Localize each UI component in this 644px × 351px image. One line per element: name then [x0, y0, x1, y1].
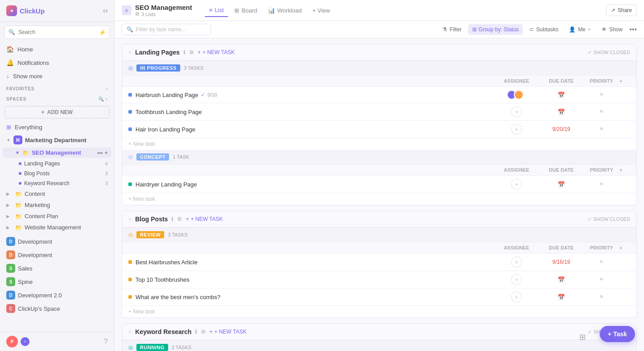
add-col-header[interactable]: + [619, 245, 630, 250]
add-col-header[interactable]: + [619, 78, 630, 84]
assignee-add-icon[interactable]: + [511, 179, 522, 190]
landing-pages-add-task-button[interactable]: + + NEW TASK [198, 49, 235, 55]
in-progress-collapse-icon[interactable]: ◎ [128, 65, 133, 71]
task-duedate-cell[interactable]: 📅 [539, 181, 584, 188]
task-duedate-cell[interactable]: 📅 [539, 92, 584, 98]
add-col-header[interactable]: + [619, 167, 630, 173]
keyword-research-settings-icon[interactable]: ⚙ [201, 329, 206, 335]
task-assignee-cell[interactable]: + [494, 274, 539, 285]
sidebar-item-seo-management[interactable]: ▼ 📁 SEO Management ••• + [3, 148, 111, 158]
add-new-task-inline-review[interactable]: + New task [122, 306, 636, 317]
sidebar-item-notifications[interactable]: 🔔 Notifications [0, 56, 114, 69]
add-new-button[interactable]: + ADD NEW [4, 106, 110, 118]
spaces-search-icon[interactable]: 🔍 [98, 97, 104, 101]
task-assignee-multi[interactable] [509, 90, 524, 100]
task-assignee-cell[interactable]: + [494, 179, 539, 190]
task-duedate-cell[interactable]: 9/20/19 [539, 126, 584, 132]
blog-posts-settings-icon[interactable]: ⚙ [177, 216, 182, 222]
task-duedate-cell[interactable]: 📅 [539, 294, 584, 300]
task-search-container[interactable]: 🔍 Filter by task name... [122, 24, 211, 35]
task-name-text[interactable]: Hair Iron Landing Page [136, 126, 195, 133]
landing-pages-collapse-icon[interactable]: ○ [128, 49, 131, 55]
landing-pages-show-closed[interactable]: ✓ SHOW CLOSED [588, 50, 630, 55]
task-priority-cell[interactable]: ⚑ [584, 276, 619, 283]
keyword-research-info-icon[interactable]: ℹ [195, 329, 197, 335]
task-name-text[interactable]: What are the best men's combs? [136, 294, 220, 300]
sidebar-item-development2[interactable]: D Development 2.0 [0, 288, 114, 302]
group-by-button[interactable]: ⊞ Group by: Status [468, 24, 523, 35]
assignee-add-icon[interactable]: + [511, 292, 522, 302]
task-duedate-cell[interactable]: 📅 [539, 276, 584, 283]
add-task-fab-button[interactable]: + Task [600, 326, 635, 342]
blog-posts-info-icon[interactable]: ℹ [171, 216, 174, 222]
task-priority-cell[interactable]: ⚑ [584, 181, 619, 188]
task-duedate-cell[interactable]: 9/16/19 [539, 259, 584, 265]
sidebar-item-blog-posts[interactable]: Blog Posts 3 [0, 169, 114, 178]
task-name-text[interactable]: Best Hairbrushes Article [136, 259, 198, 266]
grid-view-icon[interactable]: ⊞ [579, 332, 586, 342]
sidebar-item-content-plan[interactable]: ▶ 📁 Content Plan [0, 211, 114, 222]
landing-pages-settings-icon[interactable]: ⚙ [189, 49, 194, 55]
assignee-add-icon[interactable]: + [511, 124, 522, 135]
subtasks-button[interactable]: ⊂ Subtasks [525, 24, 562, 35]
task-name-text[interactable]: Hairdryer Landing Page [136, 181, 197, 188]
share-button[interactable]: ↗ Share [606, 4, 637, 16]
task-name-text[interactable]: Top 10 Toothbrushes [136, 276, 189, 283]
help-icon[interactable]: ? [104, 338, 108, 346]
assignee-add-icon[interactable]: + [511, 106, 522, 117]
seo-add-icon[interactable]: + [105, 150, 108, 156]
blog-posts-add-task-button[interactable]: + + NEW TASK [186, 216, 223, 222]
task-priority-cell[interactable]: ⚑ [584, 126, 619, 133]
sidebar-item-operations[interactable]: D Development [0, 248, 114, 262]
concept-collapse-icon[interactable]: ◎ [128, 154, 133, 160]
sidebar-item-show-more[interactable]: ↓ Show more [0, 69, 114, 83]
seo-more-icon[interactable]: ••• [97, 150, 103, 156]
task-priority-cell[interactable]: ⚑ [584, 294, 619, 300]
lightning-icon[interactable]: ⚡ [99, 29, 106, 36]
review-collapse-icon[interactable]: ◎ [128, 232, 133, 238]
sidebar-item-content[interactable]: ▶ 📁 Content [0, 188, 114, 199]
add-new-task-inline[interactable]: + New task [122, 138, 636, 150]
sidebar-item-development[interactable]: D Development [0, 235, 114, 248]
sidebar-item-landing-pages[interactable]: Landing Pages 4 [0, 159, 114, 169]
sidebar-collapse-button[interactable]: ‹‹ [103, 7, 108, 15]
landing-pages-info-icon[interactable]: ℹ [183, 49, 186, 55]
add-new-task-inline-concept[interactable]: + New task [122, 193, 636, 205]
task-assignee-cell[interactable]: + [494, 292, 539, 302]
sidebar-item-keyword-research[interactable]: Keyword Research 3 [0, 178, 114, 188]
task-name-text[interactable]: Hairbrush Landing Page [136, 92, 198, 98]
sidebar-item-marketing-department[interactable]: ▼ M Marketing Department [0, 133, 114, 147]
task-assignee-cell[interactable]: + [494, 257, 539, 267]
task-name-text[interactable]: Toothbrush Landing Page [136, 109, 202, 115]
task-duedate-cell[interactable]: 📅 [539, 109, 584, 115]
sidebar-item-clickup-space[interactable]: C ClickUp's Space [0, 302, 114, 315]
task-priority-cell[interactable]: ⚑ [584, 109, 619, 115]
blog-posts-collapse-icon[interactable]: ○ [128, 216, 131, 222]
filter-button[interactable]: ⚗ Filter [438, 24, 466, 35]
sidebar-item-everything[interactable]: ⊞ Everything [0, 121, 114, 133]
more-options-button[interactable]: ••• [629, 25, 637, 34]
sidebar-item-marketing[interactable]: ▶ 📁 Marketing [0, 199, 114, 211]
spaces-expand-icon[interactable]: › [106, 97, 108, 101]
sidebar-item-spine[interactable]: S Spine [0, 275, 114, 288]
show-button[interactable]: 👁 Show [597, 24, 627, 35]
assignee-add-icon[interactable]: + [511, 274, 522, 285]
running-collapse-icon[interactable]: ◎ [128, 344, 133, 351]
tab-board[interactable]: ⊞ Board [230, 4, 262, 17]
task-assignee-cell[interactable]: + [494, 124, 539, 135]
task-priority-cell[interactable]: ⚑ [584, 92, 619, 98]
task-assignee-cell[interactable]: + [494, 106, 539, 117]
tab-workload[interactable]: 📊 Workload [263, 4, 306, 17]
keyword-research-collapse-icon[interactable]: ○ [128, 329, 131, 335]
assignee-add-icon[interactable]: + [511, 257, 522, 267]
tab-add-view[interactable]: + View [308, 4, 335, 17]
me-button[interactable]: 👤 Me + [565, 24, 595, 35]
user-avatar[interactable]: P [6, 336, 18, 347]
blog-posts-show-closed[interactable]: ✓ SHOW CLOSED [588, 216, 630, 222]
sidebar-item-sales[interactable]: S Sales [0, 262, 114, 275]
task-priority-cell[interactable]: ⚑ [584, 259, 619, 266]
sidebar-item-home[interactable]: 🏠 Home [0, 42, 114, 56]
user-avatar-secondary[interactable]: + [21, 337, 30, 346]
sidebar-item-website-management[interactable]: ▶ 📁 Website Management [0, 222, 114, 233]
tab-list[interactable]: ≡ List [205, 4, 229, 17]
